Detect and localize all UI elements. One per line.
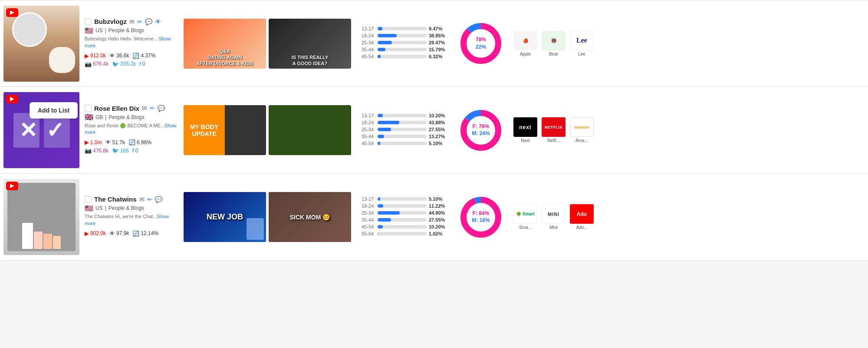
channel-info-thechatwins: The Chatwins ✉ ✏ 💬 🇺🇸 US | People & Blog… (79, 196, 184, 239)
apple-label: Apple (520, 52, 531, 56)
netflix-label: Netfl... (547, 138, 560, 143)
bear-logo: 🐻 (542, 31, 566, 50)
category-thechatwins: People & Blogs (108, 205, 144, 211)
age-row-2534-thechatwins: 25-34 44.90% (362, 210, 448, 215)
video-thumb-1-roseellendix[interactable]: MY BODY UPDATE (184, 105, 266, 155)
amazon-logo: amazon (570, 117, 594, 137)
bear-label: Bear (549, 52, 558, 56)
videos-thechatwins: NEW JOB SICK MOM 🤒 (184, 192, 357, 242)
brand-netflix: NETFLIX Netfl... (542, 117, 566, 143)
flag-us-bubzvlogz: 🇺🇸 (85, 27, 93, 33)
brands-roseellendix: next Next NETFLIX Netfl... amazon Ama... (509, 117, 865, 143)
stats-row-yt-roseellendix: ▶ 1.0m 👁 51.7k 🔄 6.96% (85, 139, 178, 146)
channel-info-roseellendix: Rose Ellen Dix ✉ ✏ 💬 🇬🇧 GB | People & Bl… (79, 105, 184, 156)
stats-row-yt-thechatwins: ▶ 902.0k 👁 97.9k 🔄 12.14% (85, 230, 178, 237)
channel-row-roseellendix: ✕ ✓ Rose Ellen Dix ✉ ✏ 💬 🇬🇧 GB | People … (0, 87, 868, 174)
age-row-3544-roseellendix: 35-44 13.27% (362, 134, 448, 139)
amazon-label: Ama... (575, 138, 588, 143)
engagement-thechatwins: 🔄 12.14% (132, 230, 158, 237)
edit-icon-bubzvlogz[interactable]: ✏ (137, 18, 142, 25)
engagement-roseellendix: 🔄 6.96% (128, 139, 151, 146)
chat-icon-roseellendix[interactable]: 💬 (158, 105, 165, 112)
chat-icon-bubzvlogz[interactable]: 💬 (145, 18, 152, 25)
brand-items-roseellendix: next Next NETFLIX Netfl... amazon Ama... (513, 117, 860, 143)
demographics-roseellendix: 13-17 10.20% 18-24 43.88% 25-34 27.55% 3… (357, 113, 453, 148)
country-row-bubzvlogz: 🇺🇸 US | People & Blogs (85, 27, 178, 33)
select-checkbox-bubzvlogz[interactable] (85, 18, 92, 25)
male-pct-bubzvlogz: 22% (476, 43, 486, 51)
country-roseellendix: GB (95, 114, 103, 120)
bio-thechatwins: The Chatwins Hi, we're the Chat...Show m… (85, 213, 178, 227)
country-row-roseellendix: 🇬🇧 GB | People & Blogs (85, 114, 178, 120)
edit-icon-roseellendix[interactable]: ✏ (150, 105, 155, 112)
donut-label-thechatwins: F: 84% M: 16% (472, 210, 490, 225)
country-category-bubzvlogz: US (95, 27, 103, 33)
donut-label-bubzvlogz: 78% 22% (476, 36, 486, 51)
donut-wrapper-roseellendix: F: 76% M: 24% (457, 106, 505, 154)
yt-subs-roseellendix: ▶ 1.0m (85, 139, 102, 146)
donut-wrapper-bubzvlogz: 78% 22% (457, 20, 505, 67)
add-to-list-label: Add to List (38, 107, 69, 114)
age-row-1824-bubzvlogz: 18-24 38.95% (362, 33, 448, 38)
select-checkbox-roseellendix[interactable] (85, 105, 92, 112)
brand-adobe: Ado Ado... (570, 204, 594, 230)
channel-name-roseellendix: Rose Ellen Dix (94, 105, 139, 112)
videos-bubzvlogz: Q&ADATING AGAINAFTER DIVORCE & KIDS IS T… (184, 19, 357, 69)
video-thumb-2-thechatwins[interactable]: SICK MOM 🤒 (269, 192, 351, 242)
view-icon-bubzvlogz[interactable]: 👁 (155, 18, 161, 25)
email-icon-roseellendix[interactable]: ✉ (142, 105, 147, 112)
brand-mini: MINI Mini (542, 204, 566, 230)
bio-bubzvlogz: Bubzvlogz Hello Hello. Welcome ...Show m… (85, 36, 178, 49)
show-more-roseellendix[interactable]: Show more (85, 123, 177, 135)
video-thumb-1-thechatwins[interactable]: NEW JOB (184, 192, 266, 242)
edit-icon-thechatwins[interactable]: ✏ (147, 196, 152, 203)
youtube-icon-bubzvlogz (6, 8, 18, 17)
female-pct-roseellendix: F: 76% (472, 123, 490, 130)
age-row-1317-roseellendix: 13-17 10.20% (362, 113, 448, 118)
email-icon-bubzvlogz[interactable]: ✉ (129, 18, 135, 25)
stats-row-social-bubzvlogz: 📷 676.4k 🐦 205.2k f 0 (85, 61, 178, 67)
channel-thumbnail-bubzvlogz (3, 6, 79, 82)
separator: | (105, 27, 106, 33)
chat-icon-thechatwins[interactable]: 💬 (155, 196, 162, 203)
stats-row-yt-bubzvlogz: ▶ 912.0k 👁 36.6k 🔄 4.37% (85, 53, 178, 59)
age-row-1824-roseellendix: 18-24 43.88% (362, 120, 448, 125)
twitter-bubzvlogz: 🐦 205.2k (112, 61, 136, 67)
select-checkbox-thechatwins[interactable] (85, 196, 92, 203)
video-thumb-2-roseellendix[interactable] (269, 105, 351, 155)
video-label-1-bubzvlogz: Q&ADATING AGAINAFTER DIVORCE & KIDS (184, 46, 266, 69)
male-pct-thechatwins: M: 16% (472, 217, 490, 225)
bio-roseellendix: Rose and Rosie 🟢 BECOME A ME...Show more (85, 123, 178, 136)
channel-name-bubzvlogz: Bubzvlogz (94, 18, 127, 25)
brands-bubzvlogz: 🍎 Apple 🐻 Bear Lee Lee (509, 31, 865, 56)
channel-thumbnail-thechatwins (3, 179, 79, 255)
email-icon-thechatwins[interactable]: ✉ (139, 196, 145, 203)
demographics-thechatwins: 13-17 5.10% 18-24 11.22% 25-34 44.90% 35… (357, 196, 453, 238)
brand-smart: 🌳 Smart Sma... (513, 204, 537, 230)
instagram-roseellendix: 📷 476.8k (85, 147, 108, 154)
facebook-roseellendix: f 0 (132, 147, 138, 154)
age-row-1824-thechatwins: 18-24 11.22% (362, 203, 448, 209)
yt-subs-bubzvlogz: ▶ 912.0k (85, 53, 106, 59)
flag-us-thechatwins: 🇺🇸 (85, 205, 93, 211)
overlay-x-icon: ✕ (19, 118, 37, 143)
show-more-thechatwins[interactable]: Show more (85, 214, 169, 225)
video-thumb-2-bubzvlogz[interactable]: IS THIS REALLYA GOOD IDEA? (269, 19, 351, 69)
smart-label: Sma... (519, 225, 532, 230)
mini-logo: MINI (542, 204, 566, 224)
facebook-bubzvlogz: f 0 (139, 61, 145, 67)
channel-row-bubzvlogz: Bubzvlogz ✉ ✏ 💬 👁 🇺🇸 US | People & Blogs… (0, 0, 868, 87)
country-thechatwins: US (95, 205, 103, 211)
add-to-list-popup[interactable]: Add to List (30, 102, 78, 119)
country-row-thechatwins: 🇺🇸 US | People & Blogs (85, 205, 178, 211)
next-logo: next (513, 117, 537, 137)
next-label: Next (521, 138, 530, 143)
gender-donut-bubzvlogz: 78% 22% (453, 20, 509, 67)
category-roseellendix: People & Blogs (108, 114, 144, 120)
lee-logo: Lee (570, 31, 594, 50)
smart-logo: 🌳 Smart (513, 204, 537, 224)
video-label-2-bubzvlogz: IS THIS REALLYA GOOD IDEA? (269, 53, 351, 69)
mini-label: Mini (549, 225, 557, 230)
age-row-3544-thechatwins: 35-44 27.55% (362, 217, 448, 222)
video-thumb-1-bubzvlogz[interactable]: Q&ADATING AGAINAFTER DIVORCE & KIDS (184, 19, 266, 69)
